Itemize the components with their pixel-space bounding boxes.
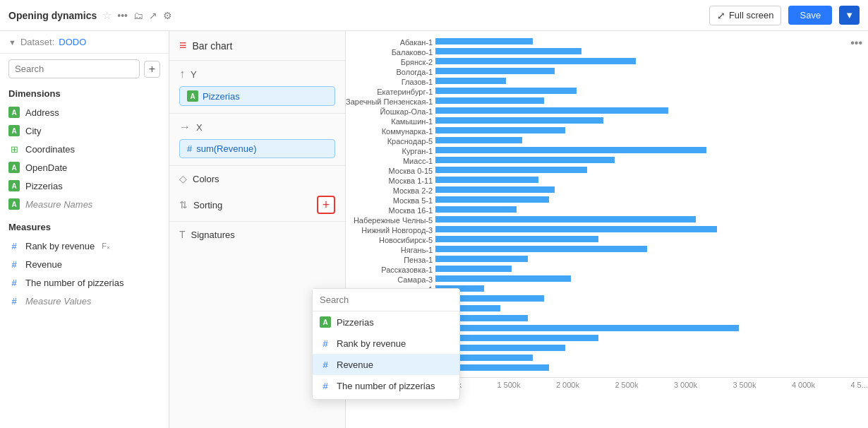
table-row [435,254,868,263]
table-row [435,343,868,352]
bar-label: Балаково-1 [346,48,433,57]
left-panel: ▼ Dataset: DODO + Dimensions A Address A… [0,31,169,428]
table-row [435,284,868,293]
bar [435,206,517,213]
sidebar-item-city[interactable]: A City [0,121,169,140]
table-row [435,136,868,145]
x-field-pill[interactable]: # sum(Revenue) [179,139,335,158]
bar-label: Камышин-1 [346,117,433,126]
dataset-row: ▼ Dataset: DODO [0,31,169,54]
bar-label: Абакан-1 [346,38,433,47]
save-dropdown-button[interactable]: ▼ [839,6,860,25]
page-title: Opening dynamics [8,10,97,21]
topbar: Opening dynamics ☆ ••• 🗂 ↗ ⚙ ⤢ Full scre… [0,0,868,31]
search-row: + [0,54,169,84]
dimensions-title: Dimensions [0,84,169,103]
sidebar-item-opendate[interactable]: A OpenDate [0,158,169,177]
table-row [435,116,868,125]
table-row [435,195,868,204]
sorting-icon: ⇅ [179,199,188,210]
save-button[interactable]: Save [788,6,832,25]
bar [435,97,544,104]
chevron-down-icon[interactable]: ▼ [8,38,16,47]
table-row [435,205,868,214]
table-row [435,314,868,323]
star-icon[interactable]: ☆ [102,9,111,22]
bar-label: Краснодар-5 [346,137,433,146]
x-axis-label: 4 5... [850,381,867,389]
settings-icon[interactable]: ⚙ [163,10,172,21]
table-row [435,76,868,85]
x-axis-header: → X [179,121,335,133]
popup-item-pizzerias[interactable]: A Pizzerias [313,311,459,333]
x-field-label: sum(Revenue) [196,143,256,154]
measures-title: Measures [0,218,169,237]
popup-search-input[interactable] [313,289,459,311]
type-hash-icon: # [8,258,20,270]
popup-item-number-of-pizzerias[interactable]: # The number of pizzerias [313,375,459,396]
bar-label: Москва 1-11 [346,177,433,186]
type-hash-icon: # [8,240,20,251]
bar [435,88,577,94]
bar-label: Курган-1 [346,147,433,156]
sidebar-item-number-of-pizzerias[interactable]: # The number of pizzerias [0,273,169,292]
popup-item-label: Pizzerias [337,317,374,328]
bar [435,107,668,114]
measure-label: Rank by revenue [25,241,95,251]
table-row [435,57,868,66]
type-hash-icon: # [320,380,331,391]
type-a-icon: A [8,107,20,118]
sidebar-item-pizzerias[interactable]: A Pizzerias [0,177,169,195]
bar [435,48,581,54]
popup-item-revenue[interactable]: # Revenue [313,354,459,375]
sidebar-item-address[interactable]: A Address [0,103,169,121]
table-row [435,215,868,224]
more-icon[interactable]: ••• [117,10,128,21]
bar-label: Набережные Челны-5 [346,216,433,225]
bar [435,137,522,143]
bar [435,157,614,163]
add-sort-button[interactable]: + [317,196,335,214]
popup-item-label: Revenue [337,359,373,370]
signatures-section: T Signatures [169,222,345,247]
sidebar-item-rank-by-revenue[interactable]: # Rank by revenue Fₓ [0,237,169,255]
add-field-button[interactable]: + [144,61,160,78]
folder-icon[interactable]: 🗂 [133,10,143,21]
bar [435,216,696,222]
y-field-pill[interactable]: A Pizzerias [179,86,335,106]
type-grid-icon: ⊞ [8,143,20,155]
table-row [435,126,868,135]
share-icon[interactable]: ↗ [149,10,157,21]
bar [435,325,739,331]
y-axis-header: ↑ Y [179,68,335,81]
dimension-label: Coordinates [25,144,75,155]
sidebar-item-measure-values[interactable]: # Measure Values [0,292,169,310]
chart-more-button[interactable]: ••• [850,37,862,49]
table-row [435,264,868,273]
bar-label: Новосибирск-5 [346,236,433,245]
table-row [435,37,868,46]
bar-label: Йошкар-Ола-1 [346,107,433,117]
sidebar-item-revenue[interactable]: # Revenue [0,255,169,273]
sorting-dropdown: A Pizzerias # Rank by revenue # Revenue … [312,288,460,400]
signatures-label: Signatures [191,230,235,240]
fx-icon: Fₓ [102,242,110,251]
bar-label: Москва 16-1 [346,206,433,215]
type-a-icon: A [8,162,20,173]
sidebar-item-measure-names[interactable]: A Measure Names [0,195,169,213]
table-row [435,323,868,333]
table-row [435,47,868,56]
fullscreen-label: Full screen [729,10,774,20]
dataset-name[interactable]: DODO [59,37,86,47]
x-axis-label: X [196,122,203,133]
table-row [435,234,868,244]
search-input[interactable] [8,59,140,78]
chart-type-row[interactable]: ≡ Bar chart [169,31,345,61]
fullscreen-button[interactable]: ⤢ Full screen [709,6,782,25]
bar-label: Москва 5-1 [346,196,433,206]
popup-item-rank-by-revenue[interactable]: # Rank by revenue [313,333,459,354]
type-a-icon: A [8,198,20,210]
x-axis-label: 1 500k [497,381,520,389]
table-row [435,353,868,362]
sidebar-item-coordinates[interactable]: ⊞ Coordinates [0,140,169,158]
